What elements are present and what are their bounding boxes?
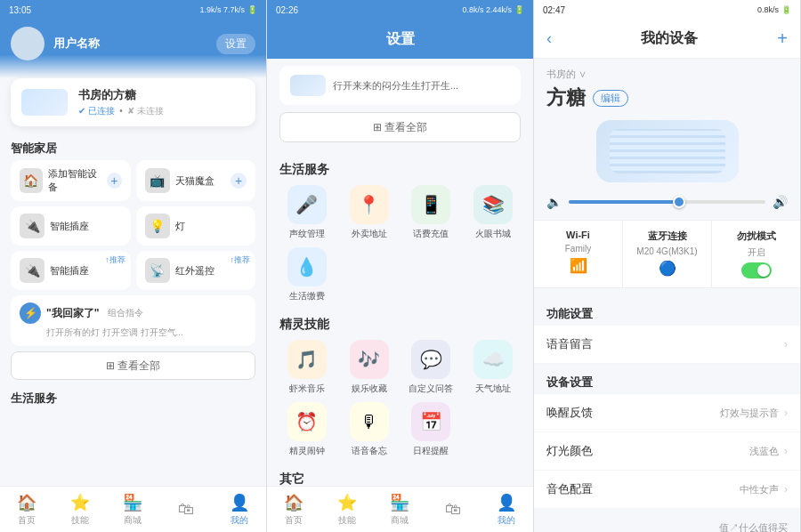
add-device-label: 添加智能设备	[48, 167, 101, 194]
view-all-button-1[interactable]: ⊞ 查看全部	[11, 351, 255, 380]
service-utility[interactable]: 💧 生活缴费	[279, 247, 335, 302]
settings-top-button[interactable]: 设置	[216, 34, 255, 54]
topup-label: 话费充值	[413, 228, 449, 240]
socket2-icon: 🔌	[20, 258, 44, 283]
info-grid: Wi-Fi Family 📶 蓝牙连接 M20 4G(M3K1) 🔵 勿扰模式 …	[534, 220, 800, 288]
nav-home-2[interactable]: 🏠 首页	[267, 487, 320, 532]
combo-sublabel: 组合指令	[108, 307, 143, 319]
socket1-label: 智能插座	[50, 220, 89, 233]
avatar	[11, 27, 44, 60]
skill-schedule[interactable]: 📅 日程提醒	[404, 402, 459, 457]
skill-alarm[interactable]: ⏰ 精灵闹钟	[279, 402, 335, 457]
nav-mine-label-2: 我的	[498, 514, 515, 527]
battery-icon-3: 🔋	[781, 5, 791, 14]
nav-bag-2[interactable]: 🛍	[426, 487, 480, 532]
bluetooth-label: 蓝牙连接	[648, 230, 687, 243]
skill-custom-qa[interactable]: 💬 自定义问答	[404, 340, 459, 395]
alarm-label: 精灵闹钟	[289, 445, 325, 457]
voice-memo-setting-row[interactable]: 语音留言 ›	[534, 326, 800, 364]
nav-shop-label-1: 商城	[124, 514, 142, 527]
alarm-icon: ⏰	[287, 402, 327, 441]
volume-slider[interactable]	[569, 200, 765, 204]
home-icon-2: 🏠	[284, 493, 303, 512]
others-title: 其它	[267, 468, 533, 486]
nav-shop-label-2: 商城	[391, 514, 409, 527]
status-icons-1: 1.9k/s 7.7k/s 🔋	[199, 5, 257, 14]
life-services-title-2: 生活服务	[267, 158, 533, 185]
p3-scroll: 书房的 ∨ 方糖 编辑 🔈 🔊 Wi-Fi Family 📶	[534, 59, 800, 532]
back-button[interactable]: ‹	[546, 29, 552, 48]
service-voiceprint[interactable]: 🎤 声纹管理	[279, 185, 335, 240]
user-header: 用户名称 设置	[0, 20, 266, 78]
edit-device-name-button[interactable]: 编辑	[593, 90, 628, 107]
voice-config-label: 音色配置	[546, 481, 740, 497]
nav-skills-2[interactable]: ⭐ 技能	[320, 487, 374, 532]
nav-shop-1[interactable]: 🏪 商城	[107, 487, 160, 532]
voice-config-row[interactable]: 音色配置 中性女声 ›	[534, 471, 800, 509]
add-smart-device[interactable]: 🏠 添加智能设备 +	[11, 160, 131, 201]
topup-icon: 📱	[411, 185, 450, 224]
socket2-label: 智能插座	[50, 264, 89, 278]
service-topup[interactable]: 📱 话费充值	[404, 185, 459, 240]
xiami-icon: 🎵	[287, 340, 327, 379]
dnd-cell[interactable]: 勿扰模式 开启	[712, 221, 800, 287]
bluetooth-value: M20 4G(M3K1)	[636, 246, 697, 256]
nav-mine-2[interactable]: 👤 我的	[480, 487, 533, 532]
add-device-button[interactable]: +	[777, 28, 788, 49]
device-card[interactable]: 书房的方糖 ✔ 已连接 • ✘ 未连接	[11, 78, 255, 126]
tmall-box-item[interactable]: 📺 天猫魔盒 +	[136, 160, 256, 201]
tmall-plus[interactable]: +	[231, 173, 247, 189]
device-info: 书房的方糖 ✔ 已连接 • ✘ 未连接	[78, 87, 164, 117]
dnd-toggle[interactable]	[741, 262, 772, 278]
address-icon: 📍	[350, 185, 389, 224]
status-icons-2: 0.8k/s 2.44k/s 🔋	[462, 5, 524, 14]
life-services-grid: 🎤 声纹管理 📍 外卖地址 📱 话费充值 📚 火眼书城 💧 生活缴费	[267, 185, 533, 313]
smart-socket-1[interactable]: 🔌 智能插座	[11, 206, 131, 246]
voiceprint-icon: 🎤	[287, 185, 327, 224]
chevron-wake: ›	[784, 407, 788, 419]
service-address[interactable]: 📍 外卖地址	[342, 185, 397, 240]
device-settings-section: 设备设置 唤醒反馈 灯效与提示音 › 灯光颜色 浅蓝色 › 音色配置 中性女声 …	[534, 369, 800, 509]
utility-icon: 💧	[287, 247, 327, 286]
p2-top-card[interactable]: 行开来来的闷分生生打开生...	[279, 66, 521, 105]
ir-remote-item[interactable]: 📡 红外遥控 ↑推荐	[136, 251, 256, 290]
add-device-plus[interactable]: +	[107, 173, 121, 189]
recommend-tag-2: ↑推荐	[231, 254, 251, 266]
p2-view-all-btn[interactable]: ⊞ 查看全部	[279, 112, 521, 142]
p3-device-image	[596, 120, 739, 182]
skills-icon-1: ⭐	[70, 493, 90, 512]
nav-mine-1[interactable]: 👤 我的	[213, 487, 266, 532]
wake-feedback-row[interactable]: 唤醒反馈 灯效与提示音 ›	[534, 394, 800, 432]
smart-socket-2[interactable]: 🔌 智能插座 ↑推荐	[11, 251, 131, 290]
light-item[interactable]: 💡 灯	[136, 206, 256, 246]
device-status: ✔ 已连接 • ✘ 未连接	[78, 105, 164, 117]
user-info-row: 用户名称 设置	[11, 27, 255, 60]
skill-weather[interactable]: ☁️ 天气地址	[465, 340, 521, 395]
device-settings-header: 设备设置	[534, 369, 800, 394]
service-bookstore[interactable]: 📚 火眼书城	[465, 185, 521, 240]
nav-home-1[interactable]: 🏠 首页	[0, 487, 53, 532]
wake-feedback-value: 灯效与提示音	[720, 407, 779, 420]
bluetooth-cell[interactable]: 蓝牙连接 M20 4G(M3K1) 🔵	[623, 221, 711, 287]
combo-card[interactable]: ⚡ "我回家了" 组合指令 打开所有的灯 打开空调 打开空气...	[11, 295, 255, 346]
status-bar-3: 02:47 0.8k/s 🔋	[534, 0, 800, 20]
nav-skills-1[interactable]: ⭐ 技能	[53, 487, 107, 532]
chevron-voice-config: ›	[784, 483, 788, 496]
light-label: 灯	[175, 220, 185, 233]
wifi-cell[interactable]: Wi-Fi Family 📶	[534, 221, 622, 287]
nav-bag-1[interactable]: 🛍	[159, 487, 213, 532]
nav-home-label-1: 首页	[18, 514, 36, 527]
battery-icon-2: 🔋	[514, 5, 524, 14]
light-color-row[interactable]: 灯光颜色 浅蓝色 ›	[534, 432, 800, 471]
skill-voice-memo[interactable]: 🎙 语音备忘	[342, 402, 397, 457]
signal-text-3: 0.8k/s	[757, 5, 779, 14]
xiami-label: 虾米音乐	[289, 383, 325, 395]
breadcrumb[interactable]: 书房的 ∨	[534, 59, 800, 83]
skill-entertainment[interactable]: 🎶 娱乐收藏	[342, 340, 397, 395]
dnd-value: 开启	[748, 246, 765, 259]
skill-xiami[interactable]: 🎵 虾米音乐	[279, 340, 335, 395]
slider-thumb[interactable]	[673, 196, 685, 208]
time-1: 13:05	[9, 5, 31, 15]
nav-shop-2[interactable]: 🏪 商城	[374, 487, 427, 532]
nav-skills-label-2: 技能	[338, 514, 356, 527]
